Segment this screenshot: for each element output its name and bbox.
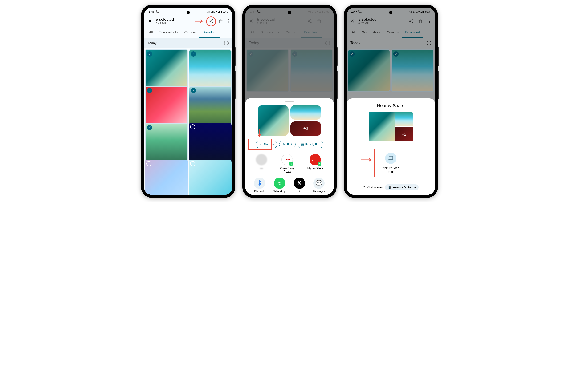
preview-overflow: +2 xyxy=(290,122,321,136)
unchecked-icon xyxy=(190,161,195,166)
date-section-header: Today xyxy=(144,38,232,48)
share-icon xyxy=(209,19,214,24)
status-time: 1:46 xyxy=(149,10,154,13)
wifi-icon: ▾ xyxy=(216,10,217,13)
delete-button[interactable] xyxy=(218,19,223,24)
app-x[interactable]: 𝕏 X xyxy=(294,178,305,193)
more-button[interactable]: ⋮ xyxy=(428,19,431,24)
camera-hole xyxy=(187,11,190,14)
share-button[interactable] xyxy=(409,19,413,24)
svg-rect-3 xyxy=(389,156,393,159)
section-label: Today xyxy=(148,41,156,45)
contact-ovenstory[interactable]: Oven ✆ Oven Story Pizza xyxy=(279,154,295,173)
tab-download[interactable]: Download xyxy=(199,28,220,38)
nearby-icon: ⋈ xyxy=(259,143,262,146)
svg-point-2 xyxy=(228,22,229,23)
check-icon: ✓ xyxy=(191,88,196,93)
phone-mockup-1: 1:46 📞 Vo LTE ▾ ◢ ▮ 83% ✕ 5 selected 6.4… xyxy=(141,5,235,198)
contact-blurred[interactable]: — xyxy=(256,154,267,173)
app-whatsapp[interactable]: ✆ WhatsApp xyxy=(274,178,286,193)
preview-overflow: +2 xyxy=(395,127,413,141)
nearby-share-sheet: Nearby Share +2 Ankur's Mac mini xyxy=(347,98,435,195)
whatsapp-icon: ✆ xyxy=(274,178,285,189)
ovenstory-icon: Oven ✆ xyxy=(282,154,293,165)
selection-size: 6.47 MB xyxy=(156,22,205,25)
phone-mockup-3: 1:47📞 Vo LTE▾◢▮83% ✕ 5 selected 6.47 MB … xyxy=(344,5,438,198)
app-messages[interactable]: 💬 Messages xyxy=(313,178,325,193)
photo-thumbnail[interactable]: ✓ xyxy=(189,86,231,129)
share-as-device-pill[interactable]: 📱 Ankur's Motorola xyxy=(385,184,419,190)
preview-thumbnail xyxy=(395,112,413,127)
photo-thumbnail[interactable]: 1.21 MB xyxy=(189,160,231,195)
whatsapp-badge-icon: ✆ xyxy=(289,162,293,166)
nearby-chip[interactable]: ⋈ Nearby xyxy=(256,140,277,148)
photo-thumbnail[interactable]: ✓ xyxy=(145,86,188,129)
check-icon: ✓ xyxy=(147,51,152,57)
select-all-toggle[interactable] xyxy=(224,41,229,45)
camera-hole xyxy=(389,11,392,14)
svg-point-1 xyxy=(228,21,229,22)
preview-thumbnail xyxy=(369,112,395,141)
kebab-icon xyxy=(228,19,229,23)
photo-thumbnail[interactable]: ✓ xyxy=(189,49,231,92)
battery-icon: ▮ xyxy=(220,10,222,13)
unchecked-icon xyxy=(190,124,195,130)
pencil-icon: ✎ xyxy=(283,143,285,146)
jio-icon: Jio ✆ xyxy=(309,154,321,165)
photo-thumbnail[interactable]: 791 kB xyxy=(189,123,231,166)
tab-all[interactable]: All xyxy=(146,28,156,38)
photo-thumbnail[interactable]: ✓ xyxy=(145,123,188,166)
x-icon: 𝕏 xyxy=(294,178,305,189)
nearby-share-title: Nearby Share xyxy=(351,103,430,108)
category-tabs: All Screenshots Camera Download xyxy=(144,28,232,38)
grid-icon: ▦ xyxy=(301,143,304,146)
share-contacts: — Oven ✆ Oven Story Pizza Jio ✆ MyJio Of… xyxy=(250,154,329,173)
share-apps: Bluetooth ✆ WhatsApp 𝕏 X 💬 Messages xyxy=(250,178,329,193)
photo-grid: ✓ ✓ ✓ ✓ ✓ 791 kB 2.32 MB 1.21 MB xyxy=(144,48,232,195)
unchecked-icon xyxy=(146,161,151,166)
share-action-chips: ⋈ Nearby ✎ Edit ▦ Ready For xyxy=(250,140,329,148)
selection-count: 5 selected xyxy=(156,17,205,22)
network-indicator: Vo LTE xyxy=(207,10,215,13)
camera-hole xyxy=(288,11,291,14)
laptop-icon xyxy=(385,153,396,164)
share-button[interactable] xyxy=(209,19,214,24)
more-button[interactable] xyxy=(228,19,229,23)
edit-chip[interactable]: ✎ Edit xyxy=(279,140,295,148)
close-button[interactable]: ✕ xyxy=(148,18,152,24)
messages-icon: 💬 xyxy=(313,178,325,189)
check-icon: ✓ xyxy=(191,51,196,57)
close-button[interactable]: ✕ xyxy=(350,18,355,24)
contact-avatar xyxy=(256,154,267,165)
check-icon: ✓ xyxy=(147,88,152,93)
app-bluetooth[interactable]: Bluetooth xyxy=(254,178,265,193)
photo-thumbnail[interactable]: 2.32 MB xyxy=(145,160,188,195)
battery-percent: 83% xyxy=(222,10,228,13)
trash-icon xyxy=(218,19,223,24)
preview-thumbnail xyxy=(290,105,321,120)
phone-icon: 📱 xyxy=(388,186,391,189)
share-as-row: You'll share as 📱 Ankur's Motorola xyxy=(351,184,430,190)
whatsapp-badge-icon: ✆ xyxy=(318,162,321,166)
device-name-label: Ankur's Mac mini xyxy=(380,166,402,173)
signal-icon: ◢ xyxy=(218,10,220,13)
delete-button[interactable] xyxy=(418,19,423,24)
selection-header: ✕ 5 selected 6.47 MB xyxy=(144,15,232,28)
share-preview: +2 xyxy=(250,105,329,136)
annotation-arrow xyxy=(361,157,373,163)
photo-thumbnail[interactable]: ✓ xyxy=(145,49,188,92)
share-as-label: You'll share as xyxy=(363,186,383,189)
drag-handle[interactable] xyxy=(285,101,294,102)
tab-camera[interactable]: Camera xyxy=(181,28,199,38)
contact-myjio[interactable]: Jio ✆ MyJio Offers xyxy=(307,154,323,173)
nearby-device[interactable]: Ankur's Mac mini xyxy=(374,149,407,177)
check-icon: ✓ xyxy=(147,125,152,130)
nearby-preview: +2 xyxy=(351,112,430,141)
bluetooth-icon xyxy=(254,178,265,189)
call-icon: 📞 xyxy=(155,10,159,13)
selection-header: ✕ 5 selected 6.47 MB ⋮ xyxy=(347,15,435,28)
readyfor-chip[interactable]: ▦ Ready For xyxy=(297,140,323,148)
preview-thumbnail xyxy=(258,105,289,136)
tab-screenshots[interactable]: Screenshots xyxy=(156,28,181,38)
share-sheet: +2 ⋈ Nearby ✎ Edit ▦ Ready xyxy=(245,98,334,195)
